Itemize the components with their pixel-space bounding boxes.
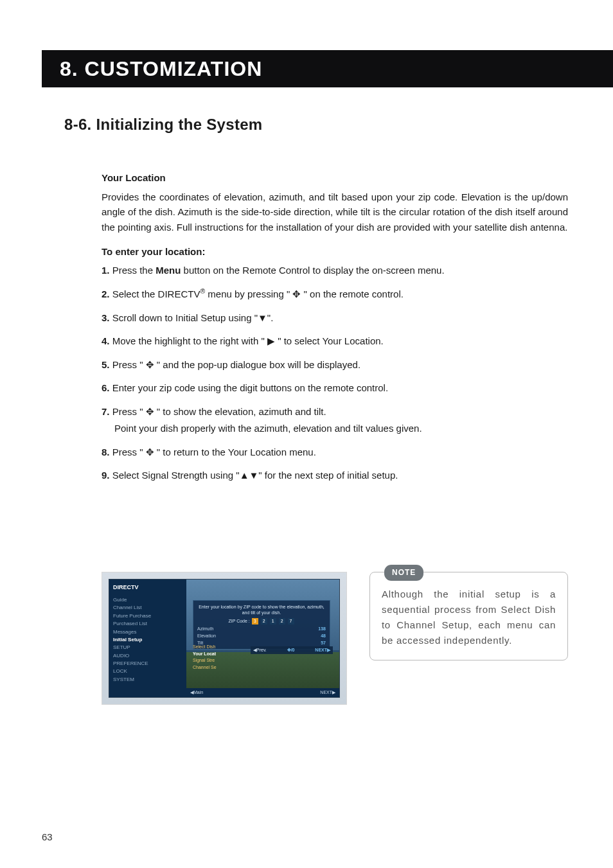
osd-side-item: Future Purchase: [113, 612, 182, 620]
osd-dialog-text: Enter your location by ZIP code to show …: [197, 604, 326, 616]
osd-zip-row: ZIP Code : 3 2 1 2 7: [197, 618, 326, 624]
osd-footer: ◀Main NEXT▶: [186, 688, 339, 697]
osd-submenu-item: Signal Stre: [193, 657, 251, 664]
osd-side-item: PREFERENCE: [113, 660, 182, 668]
osd-frame: DIRECTV Guide Channel List Future Purcha…: [109, 579, 340, 698]
osd-sidebar: DIRECTV Guide Channel List Future Purcha…: [109, 580, 186, 697]
note-box: NOTE Although the initial setup is a seq…: [369, 572, 568, 660]
list-item: 6. Enter your zip code using the digit b…: [102, 381, 568, 396]
list-item: 1. Press the Menu button on the Remote C…: [102, 263, 568, 278]
note-label: NOTE: [384, 565, 423, 581]
osd-zip-digit: 2: [261, 618, 267, 624]
osd-submenu: Select Dish Your Locat Signal Stre Chann…: [193, 644, 251, 671]
osd-side-item: LOCK: [113, 668, 182, 675]
osd-side-item: SETUP: [113, 644, 182, 651]
osd-row: Elevation48: [197, 633, 326, 639]
chapter-title: 8. CUSTOMIZATION: [60, 57, 262, 81]
osd-dialog: Enter your location by ZIP code to show …: [193, 600, 330, 650]
list-item: 2. Select the DIRECTV® menu by pressing …: [102, 287, 568, 302]
osd-side-item-selected: Initial Setup: [113, 636, 182, 644]
osd-row: Azimuth138: [197, 626, 326, 632]
list-item: 7. Press " ✥ " to show the elevation, az…: [102, 405, 568, 436]
osd-side-item: Guide: [113, 596, 182, 604]
list-item: 3. Scroll down to Initial Setup using "▼…: [102, 311, 568, 326]
list-item: 4. Move the highlight to the right with …: [102, 334, 568, 349]
osd-zip-digit: 3: [252, 618, 258, 624]
subheading-your-location: Your Location: [102, 172, 568, 183]
subheading-enter-location: To enter your location:: [102, 246, 568, 257]
osd-side-item: Messages: [113, 628, 182, 636]
list-item: 9. Select Signal Strength using "▲▼" for…: [102, 468, 568, 483]
osd-submenu-item-selected: Your Locat: [193, 651, 251, 658]
osd-main: Enter your location by ZIP code to show …: [186, 580, 339, 697]
osd-brand: DIRECTV: [113, 583, 182, 592]
steps-list: 1. Press the Menu button on the Remote C…: [102, 263, 568, 483]
osd-side-item: Channel List: [113, 604, 182, 612]
lower-row: DIRECTV Guide Channel List Future Purcha…: [64, 572, 568, 705]
osd-zip-digit: 7: [288, 618, 294, 624]
osd-side-item: AUDIO: [113, 652, 182, 660]
osd-zip-digit: 2: [279, 618, 285, 624]
osd-side-item: SYSTEM: [113, 676, 182, 684]
figure-osd-screenshot: DIRECTV Guide Channel List Future Purcha…: [102, 572, 347, 705]
chapter-banner: 8. CUSTOMIZATION: [42, 50, 613, 87]
list-item: 5. Press " ✥ " and the pop-up dialogue b…: [102, 358, 568, 373]
content-area: 8-6. Initializing the System Your Locati…: [64, 116, 568, 492]
page-number: 63: [42, 831, 53, 842]
osd-navbar: ◀Prev. ✥/0 NEXT▶: [251, 646, 333, 654]
list-item: 8. Press " ✥ " to return to the Your Loc…: [102, 445, 568, 460]
section-title: 8-6. Initializing the System: [64, 116, 568, 134]
osd-submenu-item: Channel Se: [193, 664, 251, 671]
osd-zip-digit: 1: [270, 618, 276, 624]
osd-zip-label: ZIP Code :: [228, 619, 249, 623]
osd-submenu-item: Select Dish: [193, 644, 251, 651]
note-text: Although the initial setup is a sequenti…: [382, 589, 556, 646]
paragraph-your-location: Provides the coordinates of elevation, a…: [102, 190, 568, 235]
document-page: 8. CUSTOMIZATION 8-6. Initializing the S…: [0, 0, 613, 868]
osd-side-item: Purchased List: [113, 620, 182, 628]
